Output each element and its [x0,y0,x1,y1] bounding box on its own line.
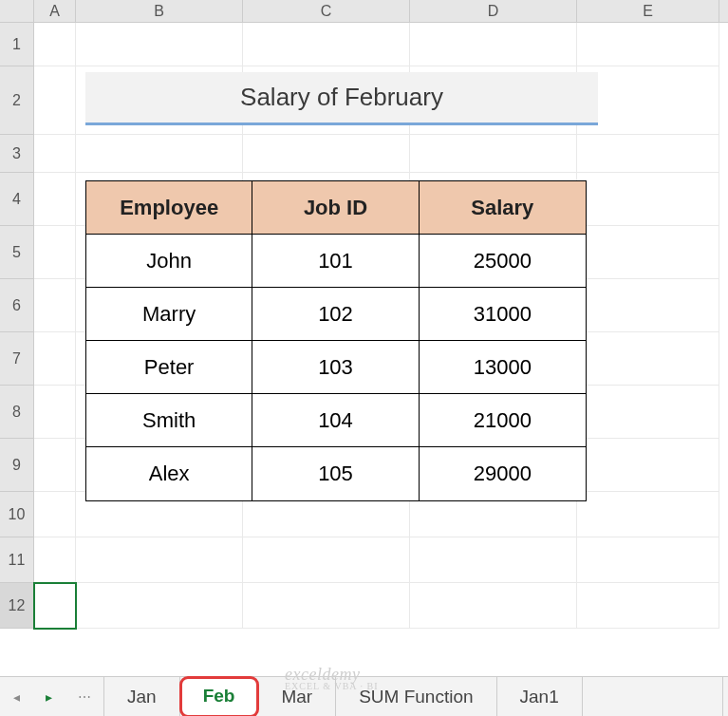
cell-salary[interactable]: 21000 [420,394,586,447]
sheet-tab-sum-function[interactable]: SUM Function [336,677,496,716]
row-header[interactable]: 2 [0,66,34,135]
col-header-E[interactable]: E [577,0,719,22]
row-header[interactable]: 9 [0,439,34,492]
sheet-tabs: Jan Feb Mar SUM Function Jan1 [104,677,583,716]
cell[interactable] [410,23,577,66]
cell[interactable] [76,23,243,66]
table-row: Alex 105 29000 [86,447,586,500]
sheet-tab-strip: ◂ ▸ ⋯ Jan Feb Mar SUM Function Jan1 [0,676,728,716]
row-header[interactable]: 8 [0,386,34,439]
cell[interactable] [34,386,76,439]
sheet-tab-jan1[interactable]: Jan1 [497,677,583,716]
sheet-tab-mar[interactable]: Mar [258,677,336,716]
row-header[interactable]: 1 [0,23,34,66]
cell[interactable] [34,173,76,226]
cell[interactable] [243,135,410,173]
cell-jobid[interactable]: 101 [252,235,419,288]
tab-strip-divider [722,677,728,716]
cell-employee[interactable]: Marry [86,288,252,341]
cell[interactable] [577,135,719,173]
cell-employee[interactable]: John [86,235,252,288]
cell[interactable] [76,583,243,629]
table-row: Marry 102 31000 [86,288,586,341]
cell-salary[interactable]: 29000 [420,447,586,500]
cell[interactable] [410,583,577,629]
cell-jobid[interactable]: 105 [252,447,419,500]
table-row: John 101 25000 [86,235,586,288]
cell-employee[interactable]: Smith [86,394,252,447]
cell[interactable] [243,537,410,583]
row-header[interactable]: 10 [0,492,34,537]
table-header-salary[interactable]: Salary [420,181,586,235]
cell[interactable] [34,226,76,279]
table-header-jobid[interactable]: Job ID [252,181,419,235]
table-header-employee[interactable]: Employee [86,181,252,235]
cell-employee[interactable]: Alex [86,447,252,500]
cell[interactable] [577,66,719,135]
cell[interactable] [577,279,719,332]
cell-employee[interactable]: Peter [86,341,252,394]
col-header-D[interactable]: D [410,0,577,22]
table-row: Smith 104 21000 [86,394,586,447]
row-header[interactable]: 6 [0,279,34,332]
cell[interactable] [243,23,410,66]
sheet-tab-jan[interactable]: Jan [104,677,180,716]
cell[interactable] [34,439,76,492]
cell[interactable] [76,135,243,173]
cell[interactable] [577,439,719,492]
salary-table: Employee Job ID Salary John 101 25000 Ma… [85,180,587,501]
row-header[interactable]: 12 [0,583,34,629]
spreadsheet-grid: A B C D E 1 2 3 4 5 6 7 8 9 10 11 12 Sal… [0,0,728,676]
active-cell[interactable] [34,583,76,629]
cell[interactable] [410,135,577,173]
sheet-tab-feb[interactable]: Feb [180,677,259,716]
cell-jobid[interactable]: 103 [252,341,419,394]
cell[interactable] [34,537,76,583]
cell[interactable] [577,332,719,386]
cell-jobid[interactable]: 104 [252,394,419,447]
select-all-corner[interactable] [0,0,34,22]
column-headers: A B C D E [0,0,728,23]
cell[interactable] [34,492,76,537]
cell-salary[interactable]: 31000 [420,288,586,341]
cell[interactable] [577,226,719,279]
cell[interactable] [577,537,719,583]
cell-jobid[interactable]: 102 [252,288,419,341]
cell[interactable] [34,279,76,332]
col-header-B[interactable]: B [76,0,243,22]
col-header-C[interactable]: C [243,0,410,22]
cell[interactable] [243,583,410,629]
cell[interactable] [34,66,76,135]
cell[interactable] [34,23,76,66]
row-header[interactable]: 5 [0,226,34,279]
cell-salary[interactable]: 25000 [420,235,586,288]
cell[interactable] [34,135,76,173]
row-header[interactable]: 7 [0,332,34,386]
row-header[interactable]: 4 [0,173,34,226]
row-header[interactable]: 11 [0,537,34,583]
tab-nav-prev-icon[interactable]: ◂ [13,689,20,705]
cell[interactable] [577,583,719,629]
cell[interactable] [76,537,243,583]
cell[interactable] [577,23,719,66]
tab-nav-next-icon[interactable]: ▸ [46,689,52,705]
sheet-title: Salary of February [85,72,598,125]
row-header[interactable]: 3 [0,135,34,173]
cell[interactable] [410,537,577,583]
cell[interactable] [577,492,719,537]
cell[interactable] [577,386,719,439]
tab-nav-more-icon[interactable]: ⋯ [78,689,91,705]
tab-nav: ◂ ▸ ⋯ [0,677,104,716]
cell-salary[interactable]: 13000 [420,341,586,394]
cell[interactable] [577,173,719,226]
table-row: Peter 103 13000 [86,341,586,394]
col-header-A[interactable]: A [34,0,76,22]
cell[interactable] [34,332,76,386]
